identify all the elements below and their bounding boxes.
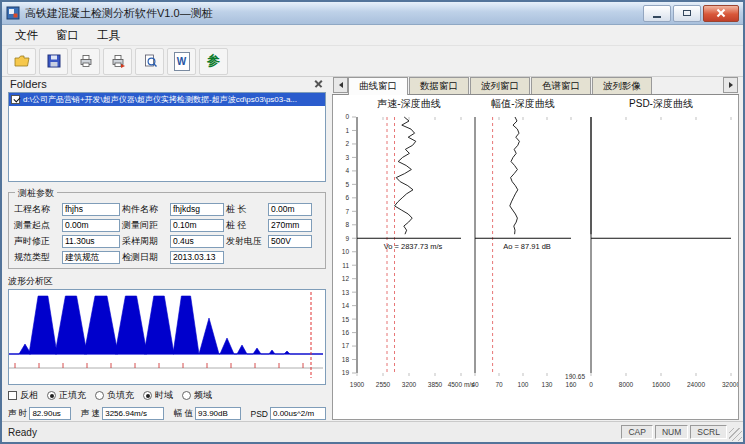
tab-1[interactable]: 数据窗口	[409, 77, 469, 94]
print-button[interactable]	[71, 48, 100, 75]
readings-row: 声 时82.90us声 速3256.94m/s幅 值93.90dBPSD0.00…	[8, 407, 326, 420]
param-label: 测量间距	[122, 219, 168, 232]
param-value-field[interactable]: 0.00m	[268, 203, 312, 216]
folders-list-item[interactable]: d:\公司产品营销+开发\超声仪器\超声仪实拷检测数据-超声波cd\ps03\p…	[9, 93, 325, 106]
waveform-section-title: 波形分析区	[8, 275, 326, 288]
folders-panel-title: Folders	[10, 78, 47, 90]
toolbar: W 参	[2, 46, 743, 77]
svg-text:160: 160	[566, 381, 577, 388]
menu-item-0[interactable]: 文件	[6, 26, 47, 45]
radio-icon[interactable]	[95, 391, 104, 400]
invert-label: 反相	[20, 389, 38, 402]
fill-label: 正填充	[59, 389, 86, 402]
status-indicator: NUM	[655, 425, 688, 439]
reference-button[interactable]: 参	[199, 48, 228, 75]
print-setup-button[interactable]	[103, 48, 132, 75]
checkbox-icon[interactable]	[8, 391, 17, 400]
svg-text:6: 6	[345, 194, 349, 201]
reading-value-field[interactable]: 82.90us	[29, 407, 71, 420]
param-value-field[interactable]: 11.30us	[62, 235, 120, 248]
tab-scroll-left-button[interactable]	[333, 77, 348, 93]
print-preview-button[interactable]	[135, 48, 164, 75]
param-value-field[interactable]: 0.00m	[62, 219, 120, 232]
chart-area: 012345678910111213141516171819声速-深度曲线190…	[332, 95, 739, 420]
open-folder-icon	[14, 53, 30, 69]
curve-panel: 曲线窗口数据窗口波列窗口色谱窗口波列影像 0123456789101112131…	[332, 76, 739, 420]
open-button[interactable]	[7, 48, 36, 75]
reading-label: 声 时	[8, 408, 27, 420]
fill-radio-1[interactable]: 负填充	[95, 389, 134, 402]
invert-checkbox[interactable]: 反相	[8, 389, 38, 402]
param-label: 检测日期	[122, 251, 168, 264]
svg-text:40: 40	[471, 381, 479, 388]
fill-radio-0[interactable]: 正填充	[47, 389, 86, 402]
tab-0[interactable]: 曲线窗口	[348, 77, 408, 95]
status-indicator: CAP	[621, 425, 652, 439]
maximize-button[interactable]	[673, 5, 701, 22]
folders-list[interactable]: d:\公司产品营销+开发\超声仪器\超声仪实拷检测数据-超声波cd\ps03\p…	[8, 92, 326, 182]
menu-item-2[interactable]: 工具	[88, 26, 129, 45]
window-title: 高铁建混凝土检测分析软件V1.0—测桩	[25, 6, 213, 21]
param-label: 桩 长	[226, 203, 266, 216]
pile-params-group: 测桩参数 工程名称fhjhs构件名称fhjkdsg桩 长0.00m测量起点0.0…	[8, 192, 326, 269]
minimize-button[interactable]	[643, 5, 671, 22]
radio-icon[interactable]	[143, 391, 152, 400]
svg-text:Ao = 87.91 dB: Ao = 87.91 dB	[503, 242, 551, 251]
param-value-field[interactable]: fhjhs	[62, 203, 120, 216]
param-value-field[interactable]: 270mm	[268, 219, 312, 232]
word-export-button[interactable]: W	[167, 48, 196, 75]
svg-text:0: 0	[345, 113, 349, 120]
svg-text:5: 5	[345, 181, 349, 188]
reading-label: PSD	[250, 409, 267, 419]
param-value-field[interactable]: 建筑规范	[62, 251, 120, 264]
reference-icon: 参	[207, 52, 220, 70]
tab-strip: 曲线窗口数据窗口波列窗口色谱窗口波列影像	[332, 76, 739, 95]
tab-3[interactable]: 色谱窗口	[531, 77, 591, 94]
param-label: 构件名称	[122, 203, 168, 216]
svg-text:130: 130	[542, 381, 553, 388]
param-label: 规范类型	[14, 251, 60, 264]
menu-item-1[interactable]: 窗口	[47, 26, 88, 45]
depth-curves-plot: 012345678910111213141516171819声速-深度曲线190…	[333, 95, 738, 417]
app-icon	[6, 6, 20, 20]
panel-close-icon[interactable]	[313, 78, 324, 89]
radio-icon[interactable]	[182, 391, 191, 400]
titlebar: 高铁建混凝土检测分析软件V1.0—测桩	[2, 2, 743, 25]
svg-text:Vo = 2837.73 m/s: Vo = 2837.73 m/s	[384, 242, 443, 251]
radio-icon[interactable]	[47, 391, 56, 400]
svg-text:12: 12	[342, 275, 350, 282]
tab-scroll-right-button[interactable]	[723, 77, 738, 93]
waveform-controls: 反相正填充负填充时域频域	[8, 389, 326, 402]
param-value-field[interactable]: fhjkdsg	[170, 203, 224, 216]
domain-radio-0[interactable]: 时域	[143, 389, 173, 402]
reading-value-field[interactable]: 0.00us^2/m	[270, 407, 326, 420]
chevron-right-icon	[729, 82, 733, 88]
svg-text:3: 3	[345, 154, 349, 161]
param-value-field[interactable]: 2013.03.13	[170, 251, 224, 264]
param-value-field[interactable]: 0.4us	[170, 235, 224, 248]
folders-panel: Folders d:\公司产品营销+开发\超声仪器\超声仪实拷检测数据-超声波c…	[6, 76, 328, 420]
tab-2[interactable]: 波列窗口	[470, 77, 530, 94]
param-label: 声时修正	[14, 235, 60, 248]
svg-text:13: 13	[342, 289, 350, 296]
reading-value-field[interactable]: 3256.94m/s	[102, 407, 164, 420]
param-value-field[interactable]: 0.10m	[170, 219, 224, 232]
svg-text:11: 11	[342, 262, 349, 269]
param-value-field[interactable]: 500V	[268, 235, 312, 248]
folders-panel-header: Folders	[6, 76, 328, 91]
close-button[interactable]	[703, 5, 739, 22]
status-indicators: CAPNUMSCRL	[621, 425, 727, 439]
save-button[interactable]	[39, 48, 68, 75]
checkbox-icon[interactable]	[11, 95, 20, 104]
svg-text:16: 16	[342, 329, 350, 336]
svg-text:8: 8	[345, 221, 349, 228]
reading: PSD0.00us^2/m	[250, 407, 325, 420]
resize-grip[interactable]	[729, 428, 742, 441]
reading: 声 速3256.94m/s	[81, 407, 164, 420]
svg-text:0: 0	[589, 381, 593, 388]
reading-value-field[interactable]: 93.90dB	[195, 407, 241, 420]
param-row: 声时修正11.30us采样周期0.4us发射电压500V	[12, 233, 322, 249]
domain-radio-1[interactable]: 频域	[182, 389, 212, 402]
tab-4[interactable]: 波列影像	[592, 77, 652, 94]
waveform-display[interactable]	[8, 289, 326, 385]
